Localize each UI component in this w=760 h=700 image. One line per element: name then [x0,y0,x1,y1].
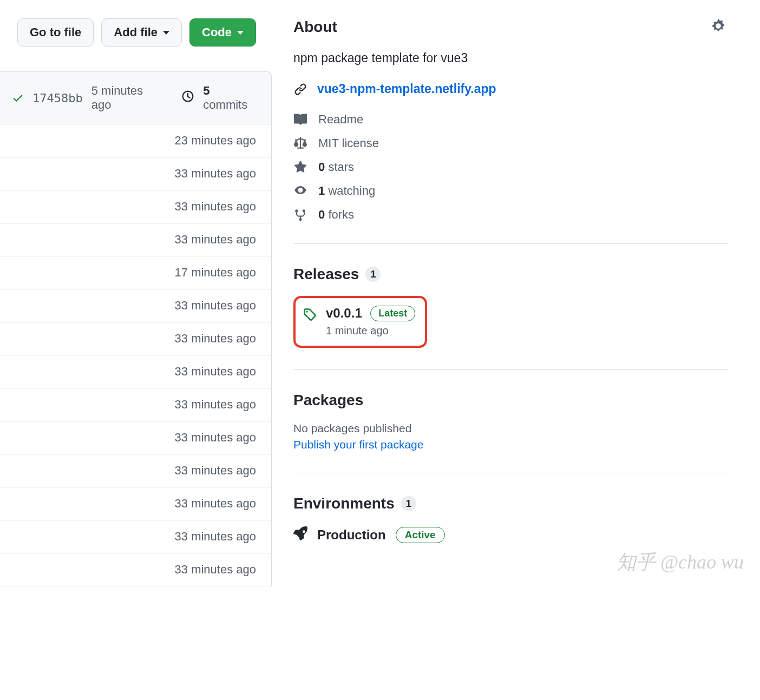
readme-link[interactable]: Readme [293,113,728,127]
releases-count: 1 [365,267,381,282]
table-row[interactable]: 33 minutes ago [0,157,272,190]
history-icon [181,90,194,106]
packages-empty: No packages published [293,422,728,435]
repo-action-buttons: Go to file Add file Code [0,18,272,71]
license-link[interactable]: MIT license [293,136,728,150]
table-row[interactable]: 33 minutes ago [0,388,272,421]
file-time: 33 minutes ago [175,233,256,246]
repo-description: npm package template for vue3 [293,51,728,65]
environment-name: Production [317,527,386,543]
packages-heading[interactable]: Packages [293,392,728,409]
table-row[interactable]: 33 minutes ago [0,454,272,487]
file-time: 33 minutes ago [175,497,256,510]
chevron-down-icon [163,31,169,35]
releases-heading[interactable]: Releases [293,266,359,283]
file-time: 33 minutes ago [175,563,256,576]
environment-item[interactable]: Production Active [293,526,728,543]
code-button[interactable]: Code [189,18,256,47]
file-time: 33 minutes ago [175,431,256,444]
tag-icon [303,308,317,325]
file-time: 33 minutes ago [175,530,256,543]
gear-icon[interactable] [711,19,728,35]
file-time: 33 minutes ago [175,200,256,213]
release-version: v0.0.1 [326,306,362,320]
readme-label: Readme [318,113,363,127]
forks-label: forks [328,208,354,221]
stars-link[interactable]: 0 stars [293,160,728,174]
book-icon [293,113,307,126]
table-row[interactable]: 33 minutes ago [0,223,272,256]
table-row[interactable]: 23 minutes ago [0,124,272,157]
file-time: 33 minutes ago [175,332,256,345]
file-time: 33 minutes ago [175,464,256,477]
commit-sha[interactable]: 17458bb [32,91,83,105]
file-time: 33 minutes ago [175,299,256,312]
chevron-down-icon [237,31,244,35]
stars-count: 0 [318,160,325,174]
homepage-link[interactable]: vue3-npm-template.netlify.app [317,82,496,96]
watching-label: watching [328,184,375,197]
environments-section: Environments 1 Production Active [293,473,728,543]
star-icon [293,161,307,174]
link-icon [293,83,307,96]
forks-link[interactable]: 0 forks [293,208,728,222]
commit-time: 5 minutes ago [91,84,165,112]
latest-release[interactable]: v0.0.1 Latest 1 minute ago [293,296,427,348]
check-icon [12,92,24,104]
add-file-button[interactable]: Add file [101,18,182,47]
table-row[interactable]: 33 minutes ago [0,553,272,586]
watching-link[interactable]: 1 watching [293,184,728,198]
file-time: 17 minutes ago [175,266,256,279]
file-time: 23 minutes ago [175,134,256,147]
fork-icon [293,208,307,221]
packages-section: Packages No packages published Publish y… [293,370,728,473]
table-row[interactable]: 33 minutes ago [0,487,272,520]
go-to-file-label: Go to file [30,27,81,38]
about-heading: About [293,18,337,36]
law-icon [293,137,307,150]
table-row[interactable]: 33 minutes ago [0,520,272,553]
commit-count: 5 [203,84,209,97]
environments-heading[interactable]: Environments [293,495,395,512]
environment-status-badge: Active [396,527,445,543]
file-time: 33 minutes ago [175,398,256,411]
svg-point-0 [306,311,308,313]
file-time: 33 minutes ago [175,167,256,180]
add-file-label: Add file [114,27,158,38]
repo-meta-list: Readme MIT license 0 stars 1 watching [293,113,728,244]
license-label: MIT license [318,136,379,150]
eye-icon [293,184,307,197]
forks-count: 0 [318,208,325,221]
table-row[interactable]: 33 minutes ago [0,190,272,223]
latest-commit-summary[interactable]: 17458bb 5 minutes ago 5 commits [0,71,272,124]
sidebar: About npm package template for vue3 vue3… [272,0,760,562]
table-row[interactable]: 33 minutes ago [0,355,272,388]
environments-count: 1 [401,496,416,511]
file-list: 23 minutes ago 33 minutes ago 33 minutes… [0,124,272,586]
table-row[interactable]: 17 minutes ago [0,256,272,289]
release-time: 1 minute ago [326,325,415,337]
code-label: Code [202,27,232,38]
table-row[interactable]: 33 minutes ago [0,421,272,454]
latest-badge: Latest [370,306,415,321]
watching-count: 1 [318,184,325,197]
table-row[interactable]: 33 minutes ago [0,322,272,355]
publish-package-link[interactable]: Publish your first package [293,438,423,451]
rocket-icon [293,526,307,543]
stars-label: stars [328,160,354,174]
commit-count-label: commits [203,98,247,111]
file-area: Go to file Add file Code 17458bb 5 minut… [0,0,272,586]
table-row[interactable]: 33 minutes ago [0,289,272,322]
go-to-file-button[interactable]: Go to file [17,18,94,47]
file-time: 33 minutes ago [175,365,256,378]
releases-section: Releases 1 v0.0.1 Latest 1 minute ago [293,244,728,370]
